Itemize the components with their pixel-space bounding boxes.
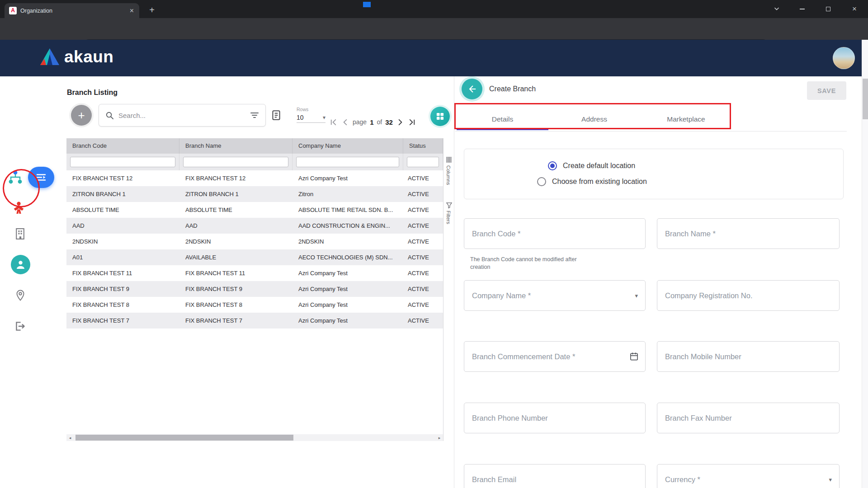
last-page-icon[interactable] — [408, 118, 416, 127]
branch-name-field[interactable]: Branch Name * — [657, 218, 840, 249]
search-box[interactable] — [99, 104, 266, 127]
location-option-group: Create default location Choose from exis… — [464, 149, 844, 199]
columns-toggle[interactable]: Columns — [446, 165, 451, 185]
radio-label: Create default location — [563, 162, 635, 170]
company-name-label: Company Name * — [472, 291, 531, 300]
table-row[interactable]: FIX BRANCH TEST 12 FIX BRANCH TEST 12 Az… — [66, 170, 443, 186]
column-header-company-name[interactable]: Company Name — [292, 138, 403, 154]
copy-list-icon[interactable] — [270, 109, 282, 121]
cell-status: ACTIVE — [403, 218, 443, 234]
cell-branch-name: AVAILABLE — [179, 249, 292, 265]
grid-view-button[interactable] — [430, 107, 450, 126]
table-row[interactable]: AAD AAD AAD CONSTRUCTION & ENGIN... ACTI… — [66, 218, 443, 234]
table-row[interactable]: FIX BRANCH TEST 8 FIX BRANCH TEST 8 Azri… — [66, 297, 443, 313]
window-minimize-button[interactable] — [792, 0, 812, 18]
akaun-logo[interactable]: akaun — [40, 47, 113, 66]
branch-code-label: Branch Code * — [472, 230, 520, 238]
sidebar-item-organization[interactable] — [6, 167, 24, 188]
table-row[interactable]: FIX BRANCH TEST 9 FIX BRANCH TEST 9 Azri… — [66, 281, 443, 297]
search-icon — [105, 111, 114, 120]
company-name-select[interactable]: Company Name * ▾ — [464, 280, 646, 311]
table-row[interactable]: 2NDSKIN 2NDSKIN 2NDSKIN ACTIVE — [66, 234, 443, 249]
filter-company-name-input[interactable] — [296, 157, 399, 167]
radio-selected-icon[interactable] — [548, 161, 557, 170]
first-page-icon[interactable] — [329, 118, 338, 127]
company-registration-field[interactable]: Company Registration No. — [657, 280, 840, 311]
org-chart-icon — [7, 169, 24, 186]
window-maximize-button[interactable] — [818, 0, 839, 18]
sidebar-item-company[interactable] — [14, 227, 26, 240]
back-button[interactable] — [462, 79, 482, 99]
sidebar-item-red-applet[interactable] — [12, 201, 25, 214]
panel-divider — [454, 76, 454, 488]
tab-address[interactable]: Address — [548, 108, 640, 130]
currency-select[interactable]: Currency * ▾ — [657, 464, 840, 488]
column-header-status[interactable]: Status — [403, 138, 443, 154]
filter-branch-code-input[interactable] — [70, 157, 175, 167]
logo-text: akaun — [64, 47, 113, 66]
branch-fax-field[interactable]: Branch Fax Number — [657, 403, 840, 433]
branch-phone-field[interactable]: Branch Phone Number — [464, 403, 646, 433]
currency-label: Currency * — [665, 475, 700, 484]
page-scrollbar-thumb[interactable] — [863, 79, 868, 119]
browser-toolbar: akaun.cloud/#/applet/tnt/wavelet/erp/ent… — [0, 18, 868, 40]
cell-status: ACTIVE — [403, 186, 443, 202]
scroll-left-icon[interactable]: ◂ — [66, 434, 74, 441]
tab-marketplace[interactable]: Marketplace — [640, 108, 732, 130]
drag-handle-icon[interactable] — [446, 156, 452, 163]
table-row[interactable]: FIX BRANCH TEST 7 FIX BRANCH TEST 7 Azri… — [66, 313, 443, 328]
search-input[interactable] — [118, 112, 245, 119]
browser-tab[interactable]: A Organization × — [5, 3, 139, 18]
page-scrollbar[interactable] — [862, 40, 868, 488]
tab-details[interactable]: Details — [457, 108, 548, 130]
cell-status: ACTIVE — [403, 249, 443, 265]
table-row[interactable]: A01 AVAILABLE AECO TECHNOLOGIES (M) SDN.… — [66, 249, 443, 265]
calendar-icon[interactable] — [629, 352, 639, 361]
branch-code-field[interactable]: Branch Code * — [464, 218, 646, 249]
scroll-right-icon[interactable]: ▸ — [436, 434, 443, 441]
branch-mobile-field[interactable]: Branch Mobile Number — [657, 341, 840, 372]
cell-branch-name: 2NDSKIN — [179, 234, 292, 249]
radio-unselected-icon[interactable] — [537, 177, 546, 186]
table-row[interactable]: ABSOLUTE TIME ABSOLUTE TIME ABSOLUTE TIM… — [66, 202, 443, 218]
branch-email-field[interactable]: Branch Email — [464, 464, 646, 488]
create-branch-title: Create Branch — [489, 85, 536, 93]
cell-company-name: 2NDSKIN — [292, 234, 403, 249]
filter-branch-name-input[interactable] — [183, 157, 288, 167]
filter-status-input[interactable] — [407, 157, 439, 167]
funnel-icon[interactable] — [446, 202, 452, 208]
sidebar-item-location[interactable] — [14, 289, 27, 301]
sidebar-expand-button[interactable] — [28, 167, 54, 188]
rows-label: Rows — [297, 107, 326, 112]
column-header-branch-code[interactable]: Branch Code — [66, 138, 179, 154]
column-header-branch-name[interactable]: Branch Name — [179, 138, 292, 154]
cell-branch-code: FIX BRANCH TEST 8 — [66, 297, 179, 313]
tab-search-icon[interactable] — [773, 5, 780, 13]
table-row[interactable]: ZITRON BRANCH 1 ZITRON BRANCH 1 Zitron A… — [66, 186, 443, 202]
commencement-date-field[interactable]: Branch Commencement Date * — [464, 341, 646, 372]
horizontal-scrollbar[interactable]: ◂ ▸ — [66, 434, 443, 441]
cell-branch-name: FIX BRANCH TEST 11 — [179, 265, 292, 281]
table-filter-row — [66, 154, 443, 170]
window-close-button[interactable]: × — [844, 0, 865, 18]
scrollbar-thumb[interactable] — [75, 435, 293, 441]
radio-default-location[interactable]: Create default location — [548, 161, 635, 170]
sidebar-item-exit[interactable] — [14, 320, 26, 333]
tab-close-icon[interactable]: × — [129, 7, 135, 14]
filter-list-icon[interactable] — [250, 112, 259, 119]
rows-per-page-select[interactable]: Rows 10 ▾ — [297, 107, 326, 123]
next-page-icon[interactable] — [396, 118, 405, 127]
user-avatar[interactable] — [833, 47, 855, 69]
exit-app-icon — [14, 320, 26, 332]
filters-toggle[interactable]: Filters — [446, 211, 451, 224]
table-body: FIX BRANCH TEST 12 FIX BRANCH TEST 12 Az… — [66, 170, 443, 328]
screen: A Organization × + × akaun.clo — [0, 0, 868, 488]
cell-branch-code: FIX BRANCH TEST 9 — [66, 281, 179, 297]
table-row[interactable]: FIX BRANCH TEST 11 FIX BRANCH TEST 11 Az… — [66, 265, 443, 281]
add-branch-button[interactable]: + — [71, 105, 92, 126]
new-tab-button[interactable]: + — [146, 4, 158, 17]
prev-page-icon[interactable] — [341, 118, 349, 127]
save-button[interactable]: SAVE — [807, 81, 846, 100]
sidebar-item-branch[interactable] — [11, 255, 30, 274]
radio-existing-location[interactable]: Choose from existing location — [537, 177, 647, 186]
